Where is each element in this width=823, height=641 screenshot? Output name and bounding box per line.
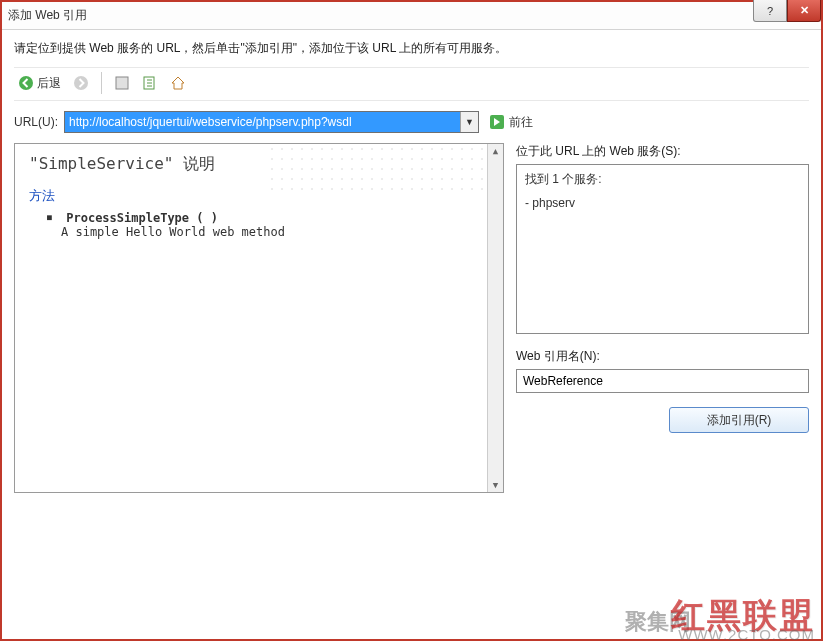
method-description: A simple Hello World web method [29,225,489,239]
method-item: ProcessSimpleType ( ) [47,211,489,225]
stop-icon [114,75,130,91]
main-area: "SimpleService" 说明 方法 ProcessSimpleType … [14,143,809,635]
help-button[interactable]: ? [753,0,787,22]
service-description-panel: "SimpleService" 说明 方法 ProcessSimpleType … [14,143,504,493]
services-listbox[interactable]: 找到 1 个服务: - phpserv [516,164,809,334]
window-title: 添加 Web 引用 [8,7,87,24]
right-pane: 位于此 URL 上的 Web 服务(S): 找到 1 个服务: - phpser… [516,143,809,635]
forward-button[interactable] [69,73,93,93]
url-row: URL(U): ▼ 前往 [14,111,809,133]
url-label: URL(U): [14,115,58,129]
add-reference-button[interactable]: 添加引用(R) [669,407,809,433]
navigation-toolbar: 后退 [14,67,809,101]
go-button[interactable]: 前往 [485,112,537,133]
left-pane: "SimpleService" 说明 方法 ProcessSimpleType … [14,143,504,635]
instructions-text: 请定位到提供 Web 服务的 URL，然后单击"添加引用"，添加位于该 URL … [14,40,809,57]
stop-button[interactable] [110,73,134,93]
reference-name-input[interactable] [516,369,809,393]
url-combobox[interactable]: ▼ [64,111,479,133]
refresh-icon [142,75,158,91]
toolbar-separator [101,72,102,94]
refresh-button[interactable] [138,73,162,93]
svg-point-0 [19,76,33,90]
svg-point-1 [74,76,88,90]
service-list-item[interactable]: - phpserv [525,196,800,210]
window-controls: ? ✕ [753,2,821,29]
vertical-scrollbar[interactable]: ▲ ▼ [487,144,503,492]
services-list-label: 位于此 URL 上的 Web 服务(S): [516,143,809,160]
scroll-up-icon[interactable]: ▲ [493,144,498,158]
svg-rect-2 [116,77,128,89]
url-input[interactable] [65,112,460,132]
service-title: "SimpleService" 说明 [29,154,489,175]
scroll-down-icon[interactable]: ▼ [493,478,498,492]
back-button[interactable]: 后退 [14,73,65,94]
dialog-content: 请定位到提供 Web 服务的 URL，然后单击"添加引用"，添加位于该 URL … [2,30,821,639]
methods-header: 方法 [29,187,489,205]
reference-name-label: Web 引用名(N): [516,348,809,365]
back-label: 后退 [37,75,61,92]
close-button[interactable]: ✕ [787,0,821,22]
method-list: ProcessSimpleType ( ) [29,211,489,225]
add-web-reference-dialog: 添加 Web 引用 ? ✕ 请定位到提供 Web 服务的 URL，然后单击"添加… [0,0,823,641]
titlebar: 添加 Web 引用 ? ✕ [2,2,821,30]
go-arrow-icon [489,114,505,130]
add-reference-row: 添加引用(R) [516,407,809,433]
back-arrow-icon [18,75,34,91]
forward-arrow-icon [73,75,89,91]
home-icon [170,75,186,91]
home-button[interactable] [166,73,190,93]
method-name[interactable]: ProcessSimpleType ( ) [66,211,218,225]
services-found-text: 找到 1 个服务: [525,171,800,188]
go-label: 前往 [509,114,533,131]
url-dropdown-arrow-icon[interactable]: ▼ [460,112,478,132]
